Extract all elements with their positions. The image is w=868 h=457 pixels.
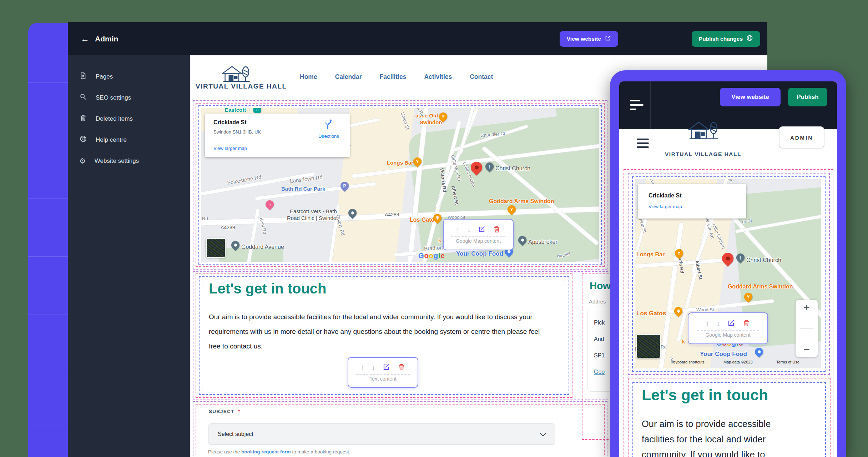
- sidebar-item-website-settings[interactable]: ⚙Website settings: [68, 150, 190, 171]
- admin-header: ← Admin View website Publish changes: [68, 22, 767, 55]
- nav-link-activities[interactable]: Activities: [424, 73, 452, 81]
- move-up-icon[interactable]: ↑: [361, 363, 365, 372]
- map-attribution-map-data: Map data ©2023: [723, 360, 753, 364]
- map-label: Swindon: [420, 119, 442, 125]
- subject-field-label: SUBJECT: [209, 409, 234, 414]
- sidebar-item-label: SEO settings: [96, 94, 131, 101]
- google-map-embed[interactable]: Eastcottastle OldSwindontoria RdUnion St…: [201, 108, 599, 262]
- address-line: Pick: [594, 320, 605, 326]
- map-label: Road Clinic | Swindon: [287, 215, 339, 221]
- satellite-view-toggle[interactable]: [206, 238, 226, 258]
- back-arrow-icon[interactable]: ←: [81, 34, 89, 44]
- map-pin-cart[interactable]: [753, 346, 765, 358]
- map-label: A4289: [221, 225, 235, 230]
- site-nav: HomeCalendarFacilitiesActivitiesContact: [300, 73, 493, 81]
- site-logo-title[interactable]: VIRTUAL VILLAGE HALL: [658, 151, 748, 157]
- widget-label: Text content: [369, 376, 397, 382]
- view-larger-map-link[interactable]: View larger map: [649, 204, 682, 209]
- map-attribution-keyboard-shortcuts[interactable]: Keyboard shortcuts: [671, 360, 705, 364]
- nav-link-contact[interactable]: Contact: [470, 73, 493, 81]
- decorative-purple-strip: [28, 23, 68, 457]
- subject-select[interactable]: Select subject: [208, 423, 555, 445]
- google-logo: Google: [418, 252, 445, 260]
- required-asterisk: *: [238, 408, 240, 414]
- move-up-icon[interactable]: ↑: [706, 320, 710, 328]
- move-down-icon[interactable]: ↓: [717, 320, 721, 328]
- subject-select-value: Select subject: [218, 431, 253, 437]
- map-card-title: Cricklade St: [213, 119, 246, 126]
- mobile-admin-badge-button[interactable]: ADMIN: [779, 126, 824, 149]
- map-label: Goddard Arms Swindon: [489, 198, 554, 205]
- map-label: Goddard Avenue: [241, 244, 284, 250]
- help-icon: [79, 135, 87, 145]
- move-down-icon[interactable]: ↓: [467, 226, 471, 234]
- delete-icon[interactable]: [398, 363, 405, 372]
- move-up-icon[interactable]: ↑: [456, 226, 460, 234]
- site-logo-title[interactable]: VIRTUAL VILLAGE HALL: [196, 82, 287, 90]
- map-pin-bedpink[interactable]: ⌂: [264, 199, 276, 210]
- map-label: Eastcott Vets - Bath: [290, 208, 337, 214]
- publish-changes-button[interactable]: Publish changes: [692, 31, 760, 47]
- site-logo-icon[interactable]: [685, 116, 722, 149]
- mobile-view-website-button[interactable]: View website: [720, 88, 781, 106]
- find-us-map-link[interactable]: Goo: [594, 369, 605, 375]
- map-label: Goddard Arms Swindon: [728, 283, 793, 290]
- widget-label: Google Map content: [456, 238, 501, 244]
- nav-link-facilities[interactable]: Facilities: [380, 73, 407, 81]
- map-label: Wood St: [696, 307, 714, 312]
- satellite-view-toggle[interactable]: [636, 334, 661, 358]
- map-label: k: [682, 338, 685, 345]
- map-label: Christ Church: [495, 165, 530, 172]
- sidebar-item-label: Help centre: [96, 136, 127, 144]
- map-label: Rd: [202, 216, 208, 221]
- contact-body: Our aim is to provide accessiblefaciliti…: [642, 416, 771, 457]
- zoom-out-button[interactable]: −: [803, 344, 810, 355]
- google-map-content-widget: ↑ ↓ Google Map content: [443, 219, 514, 250]
- contact-body: Our aim is to provide accessible facilit…: [209, 310, 551, 353]
- contact-heading: Let's get in touch: [209, 281, 327, 297]
- view-larger-map-link[interactable]: View larger map: [213, 146, 247, 151]
- sidebar-item-help-centre[interactable]: Help centre: [68, 129, 190, 150]
- edit-icon[interactable]: [478, 225, 486, 235]
- sidebar-item-label: Deleted items: [96, 115, 133, 122]
- map-label: Your Coop Food: [456, 250, 503, 257]
- address-line: And: [594, 336, 604, 342]
- map-info-card: Cricklade St Swindon SN1 3HB, UK View la…: [205, 114, 350, 157]
- nav-link-calendar[interactable]: Calendar: [335, 73, 362, 81]
- map-label: B.: [727, 179, 734, 184]
- map-label: Los Gatos: [636, 310, 666, 317]
- external-link-icon: [605, 35, 611, 43]
- map-pin-bedteal[interactable]: ⌂: [253, 108, 261, 113]
- directions-icon[interactable]: [323, 119, 333, 131]
- sidebar-item-seo-settings[interactable]: SEO settings: [68, 87, 190, 108]
- nav-link-home[interactable]: Home: [300, 73, 317, 81]
- edit-icon[interactable]: [727, 319, 735, 328]
- delete-icon[interactable]: [493, 225, 501, 235]
- contact-body-line: community. If you would like to: [642, 447, 771, 457]
- admin-sidebar: PagesSEO settingsDeleted itemsHelp centr…: [68, 55, 190, 457]
- find-us-address-label: Addres: [589, 298, 606, 305]
- directions-link[interactable]: Directions: [318, 134, 339, 139]
- move-down-icon[interactable]: ↓: [372, 363, 375, 372]
- delete-icon[interactable]: [742, 319, 750, 328]
- map-label: Appsbroker: [528, 239, 557, 245]
- sidebar-item-label: Website settings: [95, 157, 139, 165]
- text-content-widget: ↑ ↓ Text content: [348, 357, 418, 388]
- view-website-button[interactable]: View website: [560, 31, 618, 47]
- map-label: Longs Bar: [636, 251, 665, 258]
- google-map-embed-mobile[interactable]: ctoB.er ClUnion StLongs BarBelle Vue RdL…: [635, 179, 821, 368]
- sidebar-item-deleted-items[interactable]: Deleted items: [68, 108, 190, 129]
- subject-help-text: Please use the booking request form to m…: [208, 449, 350, 455]
- map-label: Your Coop Food: [700, 351, 747, 358]
- zoom-in-button[interactable]: +: [803, 302, 810, 313]
- mobile-publish-button[interactable]: Publish: [788, 88, 827, 106]
- booking-request-form-link[interactable]: booking request form: [241, 449, 291, 455]
- sidebar-item-label: Pages: [96, 73, 113, 80]
- map-zoom-control: + −: [796, 300, 818, 357]
- map-attribution-terms[interactable]: Terms of Use: [776, 360, 799, 364]
- admin-title: Admin: [95, 35, 118, 43]
- map-label: k: [438, 237, 441, 243]
- sidebar-item-pages[interactable]: Pages: [68, 66, 190, 87]
- edit-icon[interactable]: [383, 363, 390, 372]
- contact-body-line: facilities for the local and wider: [642, 432, 771, 447]
